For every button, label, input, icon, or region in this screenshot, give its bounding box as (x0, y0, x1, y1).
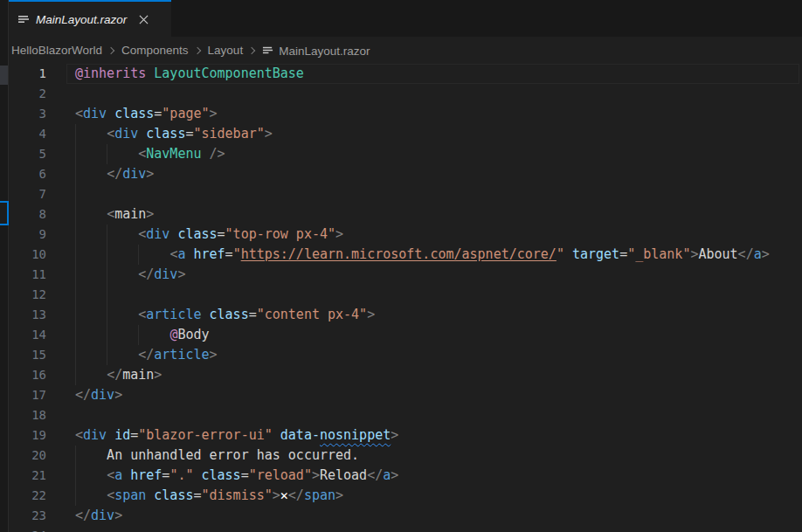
razor-file-icon (262, 45, 273, 56)
line-number[interactable]: 12 (9, 285, 46, 305)
code-line-content[interactable]: <article class="content px-4"> (75, 305, 375, 325)
collapsed-sidebar-strip[interactable] (0, 0, 9, 532)
code-line[interactable]: 12 (9, 285, 802, 305)
code-line-content[interactable]: @Body (75, 325, 210, 345)
code-line-content[interactable]: <span class="dismiss">✕</span> (75, 486, 343, 506)
chevron-right-icon (248, 46, 255, 53)
breadcrumb-item-label: MainLayout.razor (279, 45, 370, 58)
sidebar-focus-indicator (0, 201, 9, 225)
line-number[interactable]: 14 (9, 325, 46, 345)
code-line[interactable]: 13 <article class="content px-4"> (9, 305, 802, 325)
code-line-content[interactable]: @inherits LayoutComponentBase (75, 64, 304, 84)
code-line-content[interactable]: <a href="." class="reload">Reload</a> (75, 466, 398, 486)
code-line[interactable]: 10 <a href="https://learn.microsoft.com/… (9, 245, 802, 265)
code-line[interactable]: 19<div id="blazor-error-ui" data-nosnipp… (9, 425, 802, 446)
breadcrumb-item-label: Layout (208, 44, 244, 57)
code-line-content[interactable]: <NavMenu /> (75, 144, 225, 164)
code-line-content[interactable]: <div id="blazor-error-ui" data-nosnippet… (75, 425, 398, 446)
code-line[interactable]: 3<div class="page"> (9, 104, 802, 124)
sidebar-scroll-thumb (0, 66, 8, 85)
line-number[interactable]: 2 (9, 84, 46, 104)
line-number[interactable]: 17 (9, 385, 46, 405)
code-line[interactable]: 20 An unhandled error has occurred. (9, 446, 802, 466)
code-line[interactable]: 15 </article> (9, 345, 802, 365)
tab-mainlayout-razor[interactable]: MainLayout.razor (9, 0, 171, 37)
razor-file-icon (17, 13, 30, 25)
tab-bar: MainLayout.razor (9, 0, 802, 37)
code-line[interactable]: 7 (9, 184, 802, 204)
line-number[interactable]: 16 (9, 365, 46, 385)
code-line-content[interactable]: </div> (75, 265, 185, 285)
code-line[interactable]: 18 (9, 405, 802, 425)
code-editor[interactable]: 1@inherits LayoutComponentBase23<div cla… (9, 64, 802, 532)
close-tab-icon[interactable] (135, 10, 152, 28)
line-number[interactable]: 13 (9, 305, 46, 325)
code-line[interactable]: 16 </main> (9, 365, 802, 385)
code-line[interactable]: 11 </div> (9, 265, 802, 285)
breadcrumb-item-label: HelloBlazorWorld (11, 44, 102, 57)
code-line-content[interactable]: </article> (75, 345, 218, 365)
code-line-content[interactable]: An unhandled error has occurred. (75, 446, 359, 466)
code-line[interactable]: 6 </div> (9, 164, 802, 184)
code-line-content[interactable]: <div class="page"> (75, 104, 218, 124)
line-number[interactable]: 4 (9, 124, 46, 144)
code-line[interactable]: 17</div> (9, 385, 802, 405)
code-line-content[interactable]: </div> (75, 164, 154, 184)
line-number[interactable]: 10 (9, 245, 46, 265)
code-line-content[interactable]: </main> (75, 365, 162, 385)
line-number[interactable]: 1 (9, 64, 46, 84)
breadcrumb-item[interactable]: Layout (208, 44, 244, 57)
line-number[interactable]: 3 (9, 104, 46, 124)
code-line-content[interactable]: </div> (75, 506, 122, 526)
line-number[interactable]: 20 (9, 446, 46, 466)
code-line[interactable]: 9 <div class="top-row px-4"> (9, 225, 802, 245)
line-number[interactable]: 21 (9, 466, 46, 486)
line-number[interactable]: 19 (9, 425, 46, 446)
breadcrumb-item-label: Components (121, 44, 189, 57)
line-number[interactable]: 22 (9, 486, 46, 506)
line-number[interactable]: 11 (9, 265, 46, 285)
code-line[interactable]: 21 <a href="." class="reload">Reload</a> (9, 466, 802, 486)
vscode-window: MainLayout.razor HelloBlazorWorldCompone… (0, 0, 802, 532)
line-number[interactable]: 7 (9, 184, 46, 204)
code-line[interactable]: 14 @Body (9, 325, 802, 345)
code-line[interactable]: 8 <main> (9, 204, 802, 225)
code-line[interactable]: 24 (9, 526, 802, 532)
code-line-content[interactable]: <div class="top-row px-4"> (75, 225, 343, 245)
code-line[interactable]: 23</div> (9, 506, 802, 526)
breadcrumb: HelloBlazorWorldComponentsLayoutMainLayo… (9, 37, 802, 64)
line-number[interactable]: 9 (9, 225, 46, 245)
line-number[interactable]: 6 (9, 164, 46, 184)
code-line-content[interactable]: <div class="sidebar"> (75, 124, 273, 144)
line-number[interactable]: 18 (9, 405, 46, 425)
line-number[interactable]: 23 (9, 506, 46, 526)
breadcrumb-item[interactable]: HelloBlazorWorld (11, 44, 102, 57)
code-line-content[interactable]: <main> (75, 204, 154, 225)
code-line[interactable]: 4 <div class="sidebar"> (9, 124, 802, 144)
code-line[interactable]: 22 <span class="dismiss">✕</span> (9, 486, 802, 506)
chevron-right-icon (193, 46, 200, 53)
line-number[interactable]: 15 (9, 345, 46, 365)
code-line[interactable]: 5 <NavMenu /> (9, 144, 802, 164)
code-line-content[interactable]: </div> (75, 385, 122, 405)
tab-label: MainLayout.razor (36, 13, 127, 26)
line-number[interactable]: 8 (9, 204, 46, 225)
line-number[interactable]: 24 (9, 526, 46, 532)
breadcrumb-item[interactable]: MainLayout.razor (262, 44, 370, 58)
chevron-right-icon (107, 46, 114, 53)
breadcrumb-item[interactable]: Components (121, 44, 189, 57)
code-line-content[interactable]: <a href="https://learn.microsoft.com/asp… (75, 245, 770, 265)
code-line[interactable]: 2 (9, 84, 802, 104)
line-number[interactable]: 5 (9, 144, 46, 164)
code-line[interactable]: 1@inherits LayoutComponentBase (9, 64, 802, 84)
